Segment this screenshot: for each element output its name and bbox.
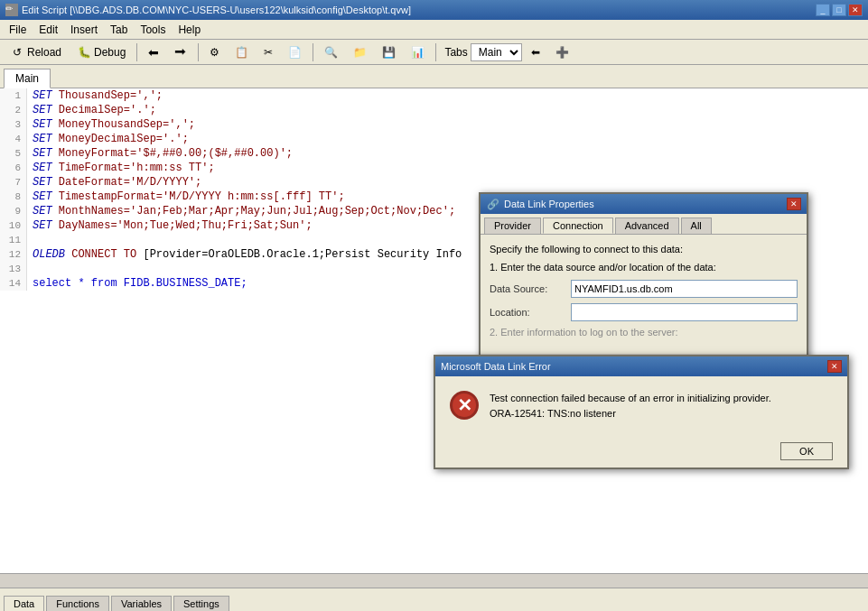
code-line: 6SET TimeFormat='h:mm:ss TT'; <box>0 161 868 175</box>
tab-main[interactable]: Main <box>4 69 51 88</box>
menu-file[interactable]: File <box>4 22 32 38</box>
dlp-tabs: Provider Connection Advanced All <box>481 214 807 235</box>
tb-btn-1[interactable]: ⬅ <box>142 42 165 62</box>
main-content: 1SET ThousandSep=',';2SET DecimalSep='.'… <box>0 88 868 573</box>
separator-1 <box>136 43 137 61</box>
dlp-location-input[interactable] <box>571 303 798 321</box>
line-number: 1 <box>0 88 27 103</box>
line-content: SET TimestampFormat='M/D/YYYY h:mm:ss[.f… <box>27 190 345 204</box>
dlp-datasource-input[interactable] <box>571 280 798 298</box>
tb-btn-9[interactable]: 📊 <box>405 43 431 61</box>
line-content <box>27 262 39 276</box>
line-number: 3 <box>0 117 27 132</box>
error-ok-button[interactable]: OK <box>780 442 833 460</box>
dlp-datasource-field: Data Source: <box>490 280 798 298</box>
debug-button[interactable]: 🐛 Debug <box>70 42 132 62</box>
dlp-tab-connection[interactable]: Connection <box>543 218 613 234</box>
bottom-tabs: Data Functions Variables Settings <box>0 588 868 611</box>
app-window: ✏ Edit Script [\\DBG.ADS.DB.COM\NYC-USER… <box>0 0 868 611</box>
reload-icon: ↺ <box>10 45 24 60</box>
title-bar: ✏ Edit Script [\\DBG.ADS.DB.COM\NYC-USER… <box>0 0 868 20</box>
line-content: SET MoneyDecimalSep='.'; <box>27 132 189 146</box>
debug-icon: 🐛 <box>77 45 91 60</box>
tb-btn-6[interactable]: 📄 <box>282 43 308 61</box>
dlp-step1: 1. Enter the data source and/or location… <box>490 262 798 273</box>
separator-2 <box>198 43 199 61</box>
close-button[interactable]: ✕ <box>848 4 863 16</box>
tb-btn-4[interactable]: 📋 <box>229 43 255 61</box>
dlp-tab-provider[interactable]: Provider <box>484 218 541 234</box>
menu-tools[interactable]: Tools <box>135 22 171 38</box>
horizontal-scrollbar[interactable] <box>0 573 868 588</box>
code-line: 4SET MoneyDecimalSep='.'; <box>0 132 868 146</box>
search-button[interactable]: 🔍 <box>318 43 344 61</box>
window-title: Edit Script [\\DBG.ADS.DB.COM\NYC-USERS-… <box>22 5 411 15</box>
bottom-tab-functions[interactable]: Functions <box>46 596 109 611</box>
line-number: 5 <box>0 146 27 161</box>
dlp-body: Specify the following to connect to this… <box>481 235 807 354</box>
line-content: SET ThousandSep=','; <box>27 88 163 103</box>
line-content: SET MonthNames='Jan;Feb;Mar;Apr;May;Jun;… <box>27 204 455 218</box>
reload-button[interactable]: ↺ Reload <box>4 42 68 62</box>
menu-edit[interactable]: Edit <box>33 22 63 38</box>
dlp-title-bar: 🔗 Data Link Properties ✕ <box>481 194 807 214</box>
line-number: 7 <box>0 175 27 190</box>
line-content: SET TimeFormat='h:mm:ss TT'; <box>27 161 215 175</box>
dlp-tab-all[interactable]: All <box>681 218 712 234</box>
tabs-dropdown[interactable]: Main <box>471 43 522 61</box>
tab-strip: Main <box>0 65 868 88</box>
tb-btn-8[interactable]: 💾 <box>376 43 402 61</box>
line-content: SET MoneyThousandSep=','; <box>27 117 195 132</box>
minimize-button[interactable]: _ <box>816 4 830 16</box>
separator-3 <box>313 43 313 61</box>
dlp-tab-advanced[interactable]: Advanced <box>615 218 679 234</box>
line-number: 13 <box>0 262 27 276</box>
bottom-tab-settings[interactable]: Settings <box>173 596 229 611</box>
app-icon: ✏ <box>5 4 18 16</box>
dlp-description: Specify the following to connect to this… <box>490 244 798 255</box>
line-content: SET DayNames='Mon;Tue;Wed;Thu;Fri;Sat;Su… <box>27 218 313 233</box>
tb-btn-10[interactable]: ⬅ <box>525 43 546 61</box>
line-number: 4 <box>0 132 27 146</box>
line-content: SET MoneyFormat='$#,##0.00;($#,##0.00)'; <box>27 146 293 161</box>
menu-help[interactable]: Help <box>173 22 206 38</box>
line-number: 10 <box>0 218 27 233</box>
bottom-tab-variables[interactable]: Variables <box>111 596 172 611</box>
error-title-bar: Microsoft Data Link Error ✕ <box>435 356 847 376</box>
line-number: 11 <box>0 233 27 247</box>
menu-insert[interactable]: Insert <box>65 22 103 38</box>
tb-btn-11[interactable]: ➕ <box>549 43 575 61</box>
title-controls: _ □ ✕ <box>816 4 863 16</box>
bottom-tab-data[interactable]: Data <box>4 596 44 611</box>
dlp-location-label: Location: <box>490 307 571 318</box>
tb-btn-7[interactable]: 📁 <box>347 43 373 61</box>
error-footer: OK <box>435 435 847 468</box>
tb-btn-2[interactable]: ⮕ <box>168 42 193 62</box>
line-content <box>27 233 39 247</box>
dlp-location-field: Location: <box>490 303 798 321</box>
maximize-button[interactable]: □ <box>832 4 846 16</box>
dlp-datasource-label: Data Source: <box>490 283 571 294</box>
code-line: 7SET DateFormat='M/D/YYYY'; <box>0 175 868 190</box>
tb-btn-5[interactable]: ✂ <box>257 43 279 61</box>
code-line: 2SET DecimalSep='.'; <box>0 103 868 117</box>
code-line: 1SET ThousandSep=','; <box>0 88 868 103</box>
error-icon: ✕ <box>450 391 479 420</box>
error-body: ✕ Test connection failed because of an e… <box>435 376 847 435</box>
code-line: 5SET MoneyFormat='$#,##0.00;($#,##0.00)'… <box>0 146 868 161</box>
menu-bar: File Edit Insert Tab Tools Help <box>0 20 868 40</box>
dlp-close-button[interactable]: ✕ <box>787 198 801 210</box>
error-title-text: Microsoft Data Link Error <box>441 361 827 372</box>
line-number: 2 <box>0 103 27 117</box>
error-close-button[interactable]: ✕ <box>827 360 842 373</box>
menu-tab[interactable]: Tab <box>105 22 133 38</box>
line-number: 8 <box>0 190 27 204</box>
tb-btn-3[interactable]: ⚙ <box>203 43 226 61</box>
error-dialog[interactable]: Microsoft Data Link Error ✕ ✕ Test conne… <box>434 355 849 469</box>
dlp-icon: 🔗 <box>486 197 500 211</box>
line-content: select * from FIDB.BUSINESS_DATE; <box>27 276 247 291</box>
line-content: SET DateFormat='M/D/YYYY'; <box>27 175 201 190</box>
line-content: SET DecimalSep='.'; <box>27 103 156 117</box>
line-content: OLEDB CONNECT TO [Provider=OraOLEDB.Orac… <box>27 247 462 262</box>
tabs-label: Tabs <box>444 46 467 59</box>
